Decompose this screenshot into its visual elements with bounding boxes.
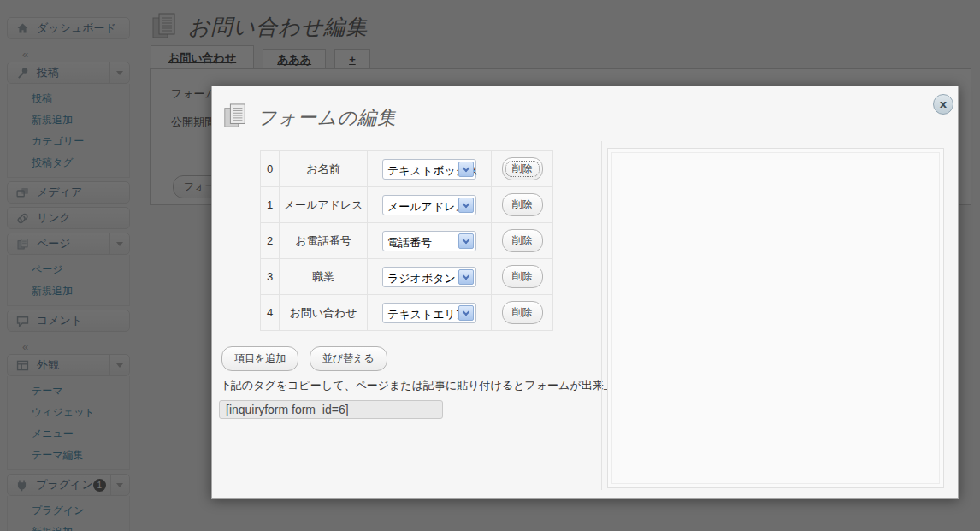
chevron-down-icon bbox=[458, 198, 474, 213]
field-index: 2 bbox=[261, 223, 280, 259]
delete-button[interactable]: 削除 bbox=[502, 157, 543, 180]
delete-button[interactable]: 削除 bbox=[502, 229, 543, 252]
field-type-select[interactable]: メールアドレス bbox=[382, 195, 476, 215]
chevron-down-icon bbox=[458, 162, 474, 177]
add-item-button[interactable]: 項目を追加 bbox=[221, 346, 298, 371]
form-preview-inner bbox=[611, 152, 940, 484]
form-edit-modal: フォームの編集 x 0お名前テキストボックス削除1メールアドレスメールアドレス削… bbox=[211, 86, 959, 499]
field-type-value: メールアドレス bbox=[387, 199, 467, 215]
chevron-down-icon bbox=[458, 233, 474, 249]
form-fields-table: 0お名前テキストボックス削除1メールアドレスメールアドレス削除2お電話番号電話番… bbox=[260, 150, 553, 331]
delete-button[interactable]: 削除 bbox=[502, 265, 543, 288]
field-type-value: ラジオボタン bbox=[387, 271, 456, 286]
field-index: 3 bbox=[261, 259, 280, 295]
form-preview-panel bbox=[607, 148, 944, 488]
reorder-button[interactable]: 並び替える bbox=[310, 346, 387, 371]
field-type-select[interactable]: ラジオボタン bbox=[382, 267, 476, 287]
close-icon: x bbox=[940, 97, 947, 110]
field-type-select[interactable]: テキストエリア bbox=[382, 303, 476, 323]
field-row: 3職業ラジオボタン削除 bbox=[261, 259, 553, 295]
shortcode-instruction: 下記のタグをコピーして、ページまたは記事に貼り付けるとフォームが出来上がります。 bbox=[220, 378, 671, 393]
chevron-down-icon bbox=[458, 269, 474, 285]
field-row: 0お名前テキストボックス削除 bbox=[261, 151, 553, 187]
field-label: 職業 bbox=[280, 259, 368, 295]
field-row: 2お電話番号電話番号削除 bbox=[261, 223, 553, 259]
field-index: 1 bbox=[261, 187, 280, 223]
field-type-value: テキストエリア bbox=[387, 307, 467, 322]
shortcode-input[interactable] bbox=[219, 400, 443, 419]
field-type-value: 電話番号 bbox=[387, 235, 432, 251]
field-label: メールアドレス bbox=[280, 187, 368, 223]
modal-buttons: 項目を追加 並び替える bbox=[221, 346, 394, 371]
field-label: お電話番号 bbox=[280, 223, 368, 259]
field-label: お問い合わせ bbox=[280, 295, 368, 331]
field-type-select[interactable]: 電話番号 bbox=[382, 231, 476, 251]
modal-divider bbox=[601, 141, 602, 490]
field-index: 4 bbox=[261, 295, 280, 331]
field-row: 1メールアドレスメールアドレス削除 bbox=[261, 187, 553, 223]
field-row: 4お問い合わせテキストエリア削除 bbox=[261, 295, 553, 331]
wordpress-admin-screen: ダッシュボード«投稿投稿新規追加カテゴリー投稿タグメディアリンクページページ新規… bbox=[0, 0, 980, 531]
modal-title: フォームの編集 bbox=[257, 105, 397, 131]
close-button[interactable]: x bbox=[933, 94, 953, 115]
field-label: お名前 bbox=[280, 151, 368, 187]
field-index: 0 bbox=[261, 151, 280, 187]
pages-icon bbox=[222, 102, 248, 131]
field-type-select[interactable]: テキストボックス bbox=[382, 159, 476, 180]
chevron-down-icon bbox=[458, 305, 474, 321]
delete-button[interactable]: 削除 bbox=[502, 193, 543, 216]
delete-button[interactable]: 削除 bbox=[502, 301, 543, 324]
